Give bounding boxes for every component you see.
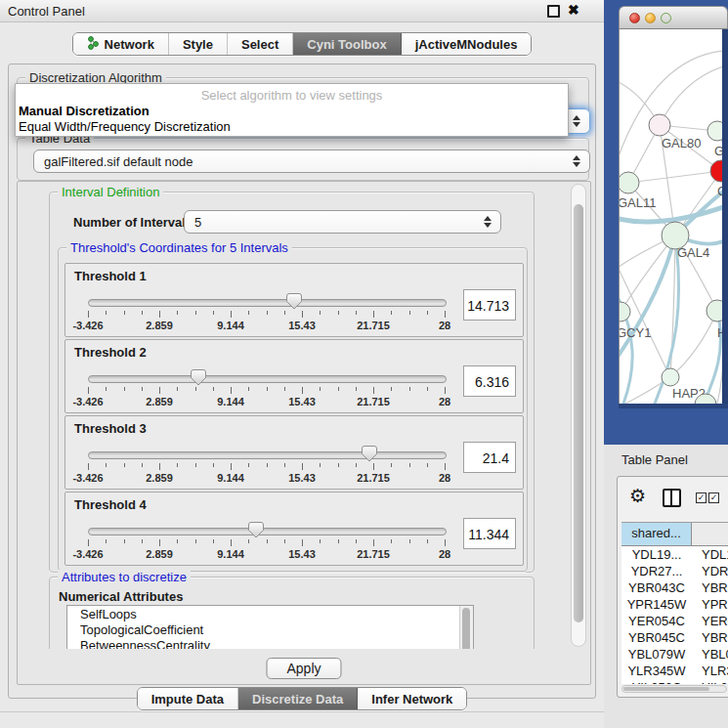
threshold-slider-1[interactable]: -3.4262.8599.14415.4321.71528: [88, 297, 445, 334]
slider-track[interactable]: [88, 375, 447, 383]
list-scrollbar[interactable]: [459, 606, 473, 649]
slider-tick-label: 28: [439, 548, 450, 560]
slider-tick: [142, 463, 143, 467]
table-row[interactable]: YER054CYER0: [621, 613, 728, 629]
threshold-label: Threshold 3: [74, 421, 147, 436]
table-row[interactable]: YIL052CYIL0: [621, 679, 728, 684]
slider-tick: [338, 387, 339, 391]
close-icon[interactable]: ✖: [568, 2, 579, 18]
number-of-intervals-combobox[interactable]: 5: [184, 210, 501, 234]
slider-tick: [445, 387, 446, 394]
table-row[interactable]: YBR045CYBR0: [621, 629, 728, 646]
dropdown-hint: Select algorithm to view settings: [16, 88, 568, 103]
slider-thumb[interactable]: [248, 522, 264, 542]
table-row[interactable]: YBL079WYBL0: [621, 646, 728, 663]
slider-track[interactable]: [88, 451, 447, 459]
tab-network[interactable]: Network: [73, 33, 169, 55]
cell-shared-name: YER054C: [621, 613, 692, 629]
list-scrollbar-thumb[interactable]: [462, 608, 470, 649]
slider-tick: [409, 539, 410, 543]
network-node-gal11[interactable]: [620, 172, 639, 193]
bottom-tab-impute-data[interactable]: Impute Data: [138, 688, 238, 709]
slider-tick-label: 15.43: [288, 548, 316, 560]
split-columns-icon[interactable]: [663, 489, 681, 507]
tab-label: Network: [105, 37, 154, 52]
cell-name: YER0: [692, 613, 728, 629]
table-row[interactable]: YPR145WYPR1: [621, 596, 728, 613]
threshold-value-field[interactable]: 14.713: [463, 289, 516, 321]
top-tabbar: NetworkStyleSelectCyni ToolboxjActiveMNo…: [0, 32, 604, 56]
table-body: YDL19...YDL1YDR27...YDR2YBR043CYBR0YPR14…: [621, 546, 728, 684]
table-row[interactable]: YLR345WYLR3: [621, 663, 728, 679]
table-row[interactable]: YDR27...YDR2: [621, 563, 728, 579]
slider-tick-label: 15.43: [288, 472, 316, 484]
network-node-gcy1[interactable]: [620, 302, 630, 321]
table-hscrollbar[interactable]: [621, 685, 727, 693]
table-row[interactable]: YBR043CYBR0: [621, 579, 728, 596]
network-window-titlebar[interactable]: [619, 6, 728, 29]
dropdown-option-1[interactable]: Manual Discretization: [19, 104, 150, 118]
network-edge[interactable]: [628, 171, 721, 183]
numerical-attributes-list[interactable]: SelfLoopsTopologicalCoefficientBetweenne…: [66, 605, 474, 649]
zoom-window-icon[interactable]: [661, 13, 671, 23]
slider-tick: [302, 539, 303, 546]
slider-tick: [445, 539, 446, 546]
close-window-icon[interactable]: [629, 13, 640, 23]
settings-scrollbar[interactable]: [571, 184, 586, 647]
table-row[interactable]: YDL19...YDL1: [621, 546, 728, 563]
network-node-c[interactable]: [710, 160, 722, 182]
threshold-slider-3[interactable]: -3.4262.8599.14415.4321.71528: [88, 450, 445, 487]
slider-tick: [284, 539, 285, 543]
minimize-window-icon[interactable]: [645, 13, 656, 23]
gear-icon[interactable]: ⚙: [629, 485, 646, 507]
slider-thumb[interactable]: [362, 446, 377, 466]
threshold-value-field[interactable]: 6.316: [463, 365, 516, 397]
network-node-gal80[interactable]: [649, 114, 670, 136]
tab-label: Style: [183, 37, 213, 52]
slider-tick: [88, 539, 89, 546]
table-hscrollbar-thumb[interactable]: [623, 687, 709, 691]
bottom-tab-infer-network[interactable]: Infer Network: [358, 688, 466, 709]
slider-tick: [106, 539, 107, 543]
slider-tick: [231, 311, 232, 318]
cell-name: YIL0: [692, 679, 728, 684]
slider-track[interactable]: [88, 528, 447, 535]
settings-scrollbar-thumb[interactable]: [574, 204, 583, 622]
slider-tick-label: 9.144: [217, 548, 244, 560]
list-item[interactable]: BetweennessCentrality: [67, 637, 473, 649]
checkbox-icon[interactable]: ✓: [708, 492, 719, 503]
dropdown-option-2[interactable]: Equal Width/Frequency Discretization: [19, 119, 231, 134]
table-panel: Table Panel ⚙ ✓ ✓ shared... na YDL19...Y…: [604, 445, 728, 728]
column-header-name[interactable]: na: [692, 523, 728, 545]
apply-button[interactable]: Apply: [266, 658, 341, 679]
slider-tick: [267, 387, 268, 391]
slider-track[interactable]: [88, 299, 447, 307]
network-node-hap2[interactable]: [662, 368, 679, 386]
slider-tick: [267, 463, 268, 467]
threshold-value-field[interactable]: 11.344: [463, 518, 516, 549]
slider-tick: [302, 463, 303, 470]
checkbox-icon[interactable]: ✓: [696, 492, 707, 503]
slider-thumb[interactable]: [286, 293, 302, 314]
tab-jactivemnodules[interactable]: jActiveMNodules: [402, 33, 532, 55]
list-item[interactable]: TopologicalCoefficient: [67, 621, 473, 637]
list-item[interactable]: SelfLoops: [67, 606, 473, 621]
tab-cyni-toolbox[interactable]: Cyni Toolbox: [293, 33, 401, 55]
network-node-h[interactable]: [707, 300, 722, 321]
threshold-slider-4[interactable]: -3.4262.8599.14415.4321.71528: [88, 526, 445, 563]
network-node-ga[interactable]: [707, 121, 722, 141]
threshold-value-field[interactable]: 21.4: [463, 442, 516, 473]
slider-tick: [231, 539, 232, 546]
table-data-combobox[interactable]: galFiltered.sif default node: [33, 150, 590, 173]
tab-style[interactable]: Style: [169, 33, 228, 55]
bottom-tab-discretize-data[interactable]: Discretize Data: [238, 688, 358, 709]
slider-thumb[interactable]: [191, 369, 206, 390]
slider-tick-label: 21.715: [357, 396, 390, 407]
tab-select[interactable]: Select: [228, 33, 293, 55]
slider-tick-label: -3.426: [72, 548, 103, 560]
network-canvas[interactable]: GAL80GACGAL11GAL4GCY1HHAP2: [619, 29, 722, 404]
float-window-icon[interactable]: [547, 5, 560, 18]
network-edge[interactable]: [620, 51, 722, 176]
threshold-slider-2[interactable]: -3.4262.8599.14415.4321.71528: [88, 373, 445, 410]
column-header-shared[interactable]: shared...: [621, 523, 692, 545]
